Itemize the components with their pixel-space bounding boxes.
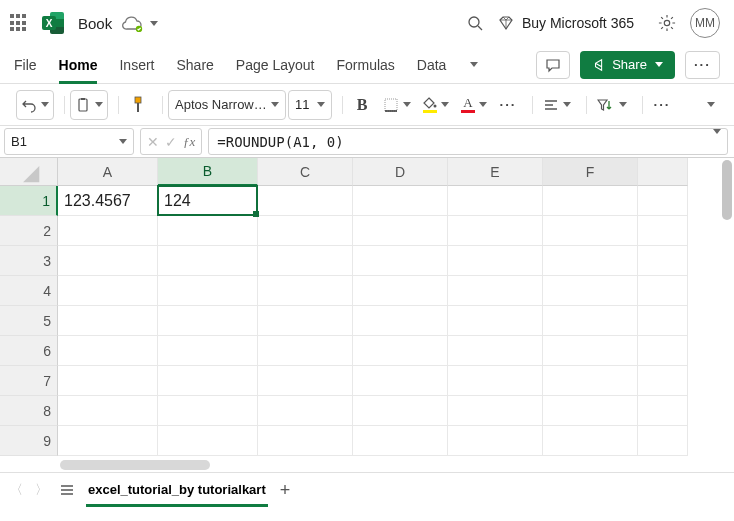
cell-d6[interactable]	[353, 336, 448, 366]
cell-e5[interactable]	[448, 306, 543, 336]
cell-e9[interactable]	[448, 426, 543, 456]
cell-g8[interactable]	[638, 396, 688, 426]
toolbar-more-button[interactable]: ···	[648, 90, 676, 120]
fx-icon[interactable]: ƒx	[183, 134, 195, 150]
vertical-scrollbar[interactable]	[720, 158, 734, 458]
tab-formulas[interactable]: Formulas	[336, 46, 394, 83]
font-color-button[interactable]: A	[456, 90, 492, 120]
cell-g5[interactable]	[638, 306, 688, 336]
cell-b3[interactable]	[158, 246, 258, 276]
cell-b4[interactable]	[158, 276, 258, 306]
cell-g1[interactable]	[638, 186, 688, 216]
row-header-2[interactable]: 2	[0, 216, 58, 246]
row-header-9[interactable]: 9	[0, 426, 58, 456]
prev-sheet-button[interactable]: 〈	[10, 481, 23, 499]
cell-a9[interactable]	[58, 426, 158, 456]
tab-share[interactable]: Share	[176, 46, 213, 83]
cell-e2[interactable]	[448, 216, 543, 246]
cell-f4[interactable]	[543, 276, 638, 306]
cell-d9[interactable]	[353, 426, 448, 456]
cell-f6[interactable]	[543, 336, 638, 366]
cell-b9[interactable]	[158, 426, 258, 456]
tab-insert[interactable]: Insert	[119, 46, 154, 83]
cell-c8[interactable]	[258, 396, 353, 426]
expand-formula-bar-icon[interactable]	[711, 134, 721, 150]
cell-f2[interactable]	[543, 216, 638, 246]
cell-a5[interactable]	[58, 306, 158, 336]
formula-input[interactable]: =ROUNDUP(A1, 0)	[208, 128, 728, 155]
column-header-d[interactable]: D	[353, 158, 448, 186]
cell-a1[interactable]: 123.4567	[58, 186, 158, 216]
cell-g3[interactable]	[638, 246, 688, 276]
cell-d7[interactable]	[353, 366, 448, 396]
format-painter-button[interactable]	[124, 90, 152, 120]
cell-g7[interactable]	[638, 366, 688, 396]
undo-button[interactable]	[16, 90, 54, 120]
cell-d2[interactable]	[353, 216, 448, 246]
cell-c9[interactable]	[258, 426, 353, 456]
align-button[interactable]	[538, 90, 576, 120]
cell-e8[interactable]	[448, 396, 543, 426]
font-more-button[interactable]: ···	[494, 90, 522, 120]
cell-a6[interactable]	[58, 336, 158, 366]
buy-microsoft-button[interactable]: Buy Microsoft 365	[498, 15, 634, 31]
cell-b7[interactable]	[158, 366, 258, 396]
add-sheet-button[interactable]: +	[280, 481, 291, 499]
cell-g4[interactable]	[638, 276, 688, 306]
cell-c4[interactable]	[258, 276, 353, 306]
cell-e1[interactable]	[448, 186, 543, 216]
cell-b1[interactable]: 124	[158, 186, 258, 216]
cell-c5[interactable]	[258, 306, 353, 336]
row-header-3[interactable]: 3	[0, 246, 58, 276]
cell-b2[interactable]	[158, 216, 258, 246]
cell-a2[interactable]	[58, 216, 158, 246]
cell-d1[interactable]	[353, 186, 448, 216]
cell-d8[interactable]	[353, 396, 448, 426]
cell-d5[interactable]	[353, 306, 448, 336]
row-header-5[interactable]: 5	[0, 306, 58, 336]
row-header-7[interactable]: 7	[0, 366, 58, 396]
font-size-select[interactable]: 11	[288, 90, 332, 120]
column-header-a[interactable]: A	[58, 158, 158, 186]
cell-g2[interactable]	[638, 216, 688, 246]
cell-c1[interactable]	[258, 186, 353, 216]
column-header-b[interactable]: B	[158, 158, 258, 186]
column-header-g[interactable]	[638, 158, 688, 186]
tab-file[interactable]: File	[14, 46, 37, 83]
fill-color-button[interactable]	[418, 90, 454, 120]
cell-f3[interactable]	[543, 246, 638, 276]
cell-e6[interactable]	[448, 336, 543, 366]
cell-f1[interactable]	[543, 186, 638, 216]
name-box[interactable]: B1	[4, 128, 134, 155]
cell-c2[interactable]	[258, 216, 353, 246]
next-sheet-button[interactable]: 〉	[35, 481, 48, 499]
cell-c7[interactable]	[258, 366, 353, 396]
cell-b5[interactable]	[158, 306, 258, 336]
app-launcher-icon[interactable]	[10, 14, 28, 32]
all-sheets-icon[interactable]	[60, 484, 74, 496]
spreadsheet-grid[interactable]: A B C D E F 1 123.4567 124 2 3 4 5 6 7 8…	[0, 158, 734, 456]
cell-a3[interactable]	[58, 246, 158, 276]
cell-a7[interactable]	[58, 366, 158, 396]
cell-f9[interactable]	[543, 426, 638, 456]
font-name-select[interactable]: Aptos Narrow (...	[168, 90, 286, 120]
column-header-e[interactable]: E	[448, 158, 543, 186]
cell-d4[interactable]	[353, 276, 448, 306]
cell-f7[interactable]	[543, 366, 638, 396]
row-header-6[interactable]: 6	[0, 336, 58, 366]
document-name[interactable]: Book	[78, 15, 158, 32]
borders-button[interactable]	[378, 90, 416, 120]
row-header-8[interactable]: 8	[0, 396, 58, 426]
bold-button[interactable]: B	[348, 90, 376, 120]
cancel-formula-icon[interactable]: ✕	[147, 134, 159, 150]
share-button[interactable]: Share	[580, 51, 675, 79]
cell-f5[interactable]	[543, 306, 638, 336]
tab-data[interactable]: Data	[417, 46, 447, 83]
search-icon[interactable]	[466, 14, 484, 32]
sheet-tab[interactable]: excel_tutorial_by tutorialkart	[86, 478, 268, 501]
cell-e3[interactable]	[448, 246, 543, 276]
paste-button[interactable]	[70, 90, 108, 120]
row-header-4[interactable]: 4	[0, 276, 58, 306]
tab-home[interactable]: Home	[59, 46, 98, 83]
cell-e4[interactable]	[448, 276, 543, 306]
